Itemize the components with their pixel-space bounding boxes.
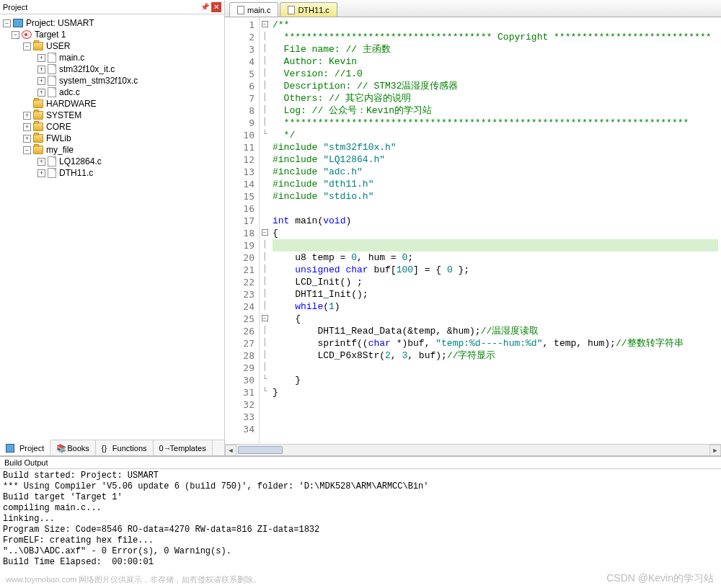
file-adc-c[interactable]: +adc.c <box>1 86 223 98</box>
build-output-title: Build Output <box>0 457 721 469</box>
folder-hardware[interactable]: HARDWARE <box>1 98 223 110</box>
file-system-c[interactable]: +system_stm32f10x.c <box>1 75 223 86</box>
horizontal-scrollbar[interactable]: ◄ ► <box>225 444 721 455</box>
file-icon <box>48 76 56 86</box>
tab-books[interactable]: 📚Books <box>50 440 96 455</box>
editor-tabs: main.c DTH11.c <box>225 0 721 17</box>
file-icon <box>288 6 295 14</box>
line-gutter: 1234567891011121314151617181920212223242… <box>225 17 260 444</box>
folder-myfile[interactable]: −my_file <box>1 144 223 156</box>
scroll-right-icon[interactable]: ► <box>709 445 721 455</box>
folder-system[interactable]: +SYSTEM <box>1 110 223 121</box>
books-icon: 📚 <box>56 444 65 453</box>
editor-body[interactable]: 1234567891011121314151617181920212223242… <box>225 17 721 444</box>
pin-icon[interactable]: 📌 <box>200 2 210 12</box>
template-icon: 0→ <box>159 444 168 453</box>
folder-icon <box>33 122 43 131</box>
tab-functions[interactable]: {}Functions <box>96 440 154 455</box>
scroll-left-icon[interactable]: ◄ <box>225 445 236 455</box>
code-area[interactable]: /** ************************************… <box>270 17 721 444</box>
tab-project[interactable]: Project <box>0 440 50 455</box>
folder-fwlib[interactable]: +FWLib <box>1 133 223 144</box>
project-tree[interactable]: −Project: USMART −Target 1 −USER +main.c… <box>0 14 224 440</box>
fold-column[interactable]: −││││││││└ −││││││−││││└└ <box>260 17 270 444</box>
build-output-panel: Build Output Build started: Project: USM… <box>0 455 721 588</box>
watermark-right: CSDN @Kevin的学习站 <box>606 572 714 585</box>
project-panel: Project 📌 ✕ −Project: USMART −Target 1 −… <box>0 0 225 455</box>
panel-header: Project 📌 ✕ <box>0 0 224 14</box>
file-icon <box>48 168 56 178</box>
editor-panel: main.c DTH11.c 1234567891011121314151617… <box>225 0 721 455</box>
file-icon <box>237 6 244 14</box>
file-icon <box>48 64 56 74</box>
target-node[interactable]: −Target 1 <box>1 29 223 40</box>
panel-bottom-tabs: Project 📚Books {}Functions 0→Templates <box>0 440 224 455</box>
file-main-c[interactable]: +main.c <box>1 52 223 63</box>
editor-tab-main[interactable]: main.c <box>229 2 278 17</box>
file-it-c[interactable]: +stm32f10x_it.c <box>1 63 223 75</box>
folder-icon <box>33 111 43 120</box>
file-lq-c[interactable]: +LQ12864.c <box>1 156 223 167</box>
braces-icon: {} <box>102 444 110 453</box>
folder-icon <box>33 146 43 154</box>
folder-icon <box>33 134 43 143</box>
folder-core[interactable]: +CORE <box>1 121 223 133</box>
tab-templates[interactable]: 0→Templates <box>154 440 213 455</box>
project-icon <box>13 19 23 27</box>
folder-icon <box>33 42 43 50</box>
file-dth11-c[interactable]: +DTH11.c <box>1 167 223 179</box>
panel-title: Project <box>3 3 27 12</box>
project-root[interactable]: −Project: USMART <box>1 17 223 29</box>
file-icon <box>48 53 56 63</box>
file-icon <box>48 87 56 97</box>
folder-user[interactable]: −USER <box>1 40 223 52</box>
watermark-left: www.toymoban.com 网络图片仅供展示，非存储，如有侵权请联系删除。 <box>6 574 261 585</box>
build-output-text[interactable]: Build started: Project: USMART *** Using… <box>0 469 721 569</box>
project-icon <box>6 444 14 453</box>
file-icon <box>48 156 56 166</box>
editor-tab-dth11[interactable]: DTH11.c <box>280 2 337 17</box>
folder-icon <box>33 99 43 108</box>
target-icon <box>22 30 32 39</box>
close-icon[interactable]: ✕ <box>211 2 221 12</box>
